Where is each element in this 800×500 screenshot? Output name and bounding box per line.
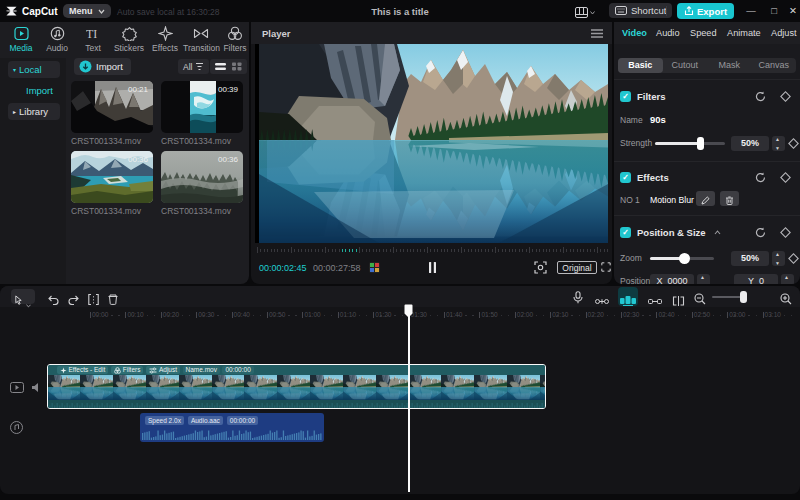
svg-text:TI: TI [86,27,97,41]
svg-text:00:39: 00:39 [218,85,239,94]
svg-text:00:36: 00:36 [218,155,239,164]
svg-text:00:36: 00:36 [128,155,149,164]
svg-text:00:21: 00:21 [128,85,149,94]
